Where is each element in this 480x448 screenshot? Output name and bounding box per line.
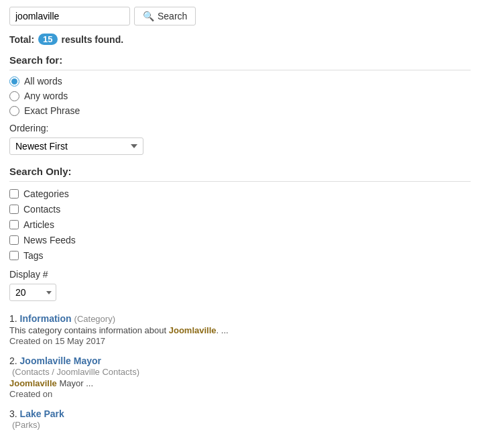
radio-any-words-label: Any words (24, 91, 68, 101)
checkbox-contacts-input[interactable] (9, 205, 19, 214)
radio-all-words-input[interactable] (9, 76, 19, 87)
search-only-checkbox-group: Categories Contacts Articles News Feeds … (9, 188, 471, 261)
total-label-after: results found. (62, 34, 124, 45)
search-for-heading: Search for: (9, 54, 471, 70)
result-item-1: 1. Information(Category) This category c… (9, 313, 471, 346)
results-section: 1. Information(Category) This category c… (9, 313, 471, 430)
ordering-select[interactable]: Newest First Oldest First Most Popular A… (9, 137, 143, 155)
result-3-type: (Parks) (12, 420, 471, 430)
result-2-highlight: Joomlaville (9, 378, 57, 388)
checkbox-contacts[interactable]: Contacts (9, 204, 471, 215)
total-row: Total: 15 results found. (9, 34, 471, 45)
display-select[interactable]: 5 10 15 20 25 30 50 100 (9, 284, 56, 301)
checkbox-categories-input[interactable] (9, 189, 19, 199)
checkbox-categories-label: Categories (23, 188, 69, 199)
result-item-3: 3. Lake Park (Parks) (9, 408, 471, 430)
search-button[interactable]: 🔍 Search (134, 7, 196, 25)
result-2-type: (Contacts / Joomlaville Contacts) (12, 367, 471, 377)
checkbox-articles[interactable]: Articles (9, 219, 471, 230)
ordering-label: Ordering: (9, 123, 471, 133)
result-3-title[interactable]: Lake Park (20, 408, 64, 419)
result-1-type: (Category) (74, 314, 115, 324)
result-2-meta: Created on (9, 389, 471, 399)
radio-exact-phrase-input[interactable] (9, 106, 19, 116)
checkbox-news-feeds-input[interactable] (9, 235, 19, 245)
checkbox-news-feeds[interactable]: News Feeds (9, 235, 471, 245)
checkbox-tags[interactable]: Tags (9, 250, 471, 261)
result-1-highlight: Joomlaville (169, 325, 217, 335)
checkbox-news-feeds-label: News Feeds (23, 235, 76, 245)
search-bar: 🔍 Search (9, 7, 471, 25)
search-type-radio-group: All words Any words Exact Phrase (9, 76, 471, 116)
radio-any-words-input[interactable] (9, 91, 19, 101)
radio-all-words[interactable]: All words (9, 76, 471, 87)
radio-all-words-label: All words (24, 76, 62, 87)
checkbox-contacts-label: Contacts (23, 204, 60, 215)
total-count-badge: 15 (38, 34, 57, 45)
result-1-number: 1. (9, 313, 20, 324)
search-input[interactable] (9, 7, 130, 25)
checkbox-articles-input[interactable] (9, 220, 19, 229)
result-1-title[interactable]: Information (20, 313, 72, 324)
radio-exact-phrase[interactable]: Exact Phrase (9, 105, 471, 116)
search-button-label: Search (158, 11, 187, 21)
total-label-before: Total: (9, 34, 34, 45)
result-1-desc: This category contains information about… (9, 325, 471, 335)
search-only-heading: Search Only: (9, 166, 471, 182)
result-2-title[interactable]: Joomlaville Mayor (20, 355, 101, 366)
checkbox-tags-input[interactable] (9, 251, 19, 260)
result-2-desc: Joomlaville Mayor ... (9, 378, 471, 388)
radio-exact-phrase-label: Exact Phrase (24, 105, 80, 116)
result-2-number: 2. (9, 355, 20, 366)
result-item-2: 2. Joomlaville Mayor (Contacts / Joomlav… (9, 355, 471, 399)
checkbox-categories[interactable]: Categories (9, 188, 471, 199)
search-icon: 🔍 (143, 11, 154, 21)
checkbox-tags-label: Tags (23, 250, 44, 261)
checkbox-articles-label: Articles (23, 219, 54, 230)
result-1-meta: Created on 15 May 2017 (9, 336, 471, 346)
radio-any-words[interactable]: Any words (9, 91, 471, 101)
display-label: Display # (9, 269, 471, 280)
result-3-number: 3. (9, 408, 20, 419)
